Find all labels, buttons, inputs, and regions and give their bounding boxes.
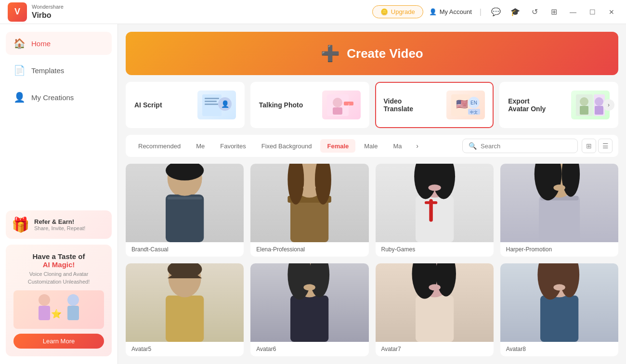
svg-rect-27	[595, 106, 603, 115]
avatar-name-6: Avatar6	[250, 342, 368, 356]
avatar-image-6	[250, 263, 368, 342]
avatar-image-8	[500, 263, 618, 342]
avatar-card-8[interactable]: Avatar8	[500, 263, 618, 356]
svg-rect-6	[205, 98, 219, 99]
svg-point-53	[553, 184, 565, 191]
logo-brand: Wondershare	[32, 4, 64, 10]
logo-text: Wondershare Virbo	[32, 4, 64, 19]
avatar-image-4	[500, 164, 618, 242]
grid-icon[interactable]: ⊞	[547, 5, 561, 19]
ai-card-title: Have a Taste of	[13, 252, 104, 260]
templates-icon: 📄	[13, 65, 26, 76]
filter-tab-recommended[interactable]: Recommended	[131, 139, 187, 153]
list-view-button[interactable]: ☰	[598, 139, 613, 153]
svg-text:🇺🇸: 🇺🇸	[456, 98, 468, 110]
search-icon: 🔍	[469, 142, 477, 150]
minimize-button[interactable]: —	[566, 5, 580, 19]
avatar-card-7[interactable]: Avatar7	[376, 263, 494, 356]
view-icons: ⊞ ☰	[582, 139, 613, 153]
avatar-image-7	[376, 263, 494, 342]
avatar-card-3[interactable]: Ruby-Games	[376, 164, 494, 257]
video-translate-thumbnail: 🇺🇸 EN 中文	[446, 91, 485, 119]
account-button[interactable]: 👤 My Account	[429, 8, 472, 15]
svg-rect-33	[168, 197, 202, 200]
maximize-button[interactable]: ☐	[586, 5, 599, 19]
refer-subtitle: Share, Invite, Repeat!	[34, 225, 85, 231]
svg-rect-3	[67, 306, 79, 320]
sidebar-item-templates[interactable]: 📄 Templates	[6, 59, 112, 82]
search-input[interactable]	[481, 143, 558, 150]
filter-tab-female[interactable]: Female	[320, 139, 355, 153]
upgrade-button[interactable]: 🪙 Upgrade	[372, 5, 423, 18]
separator: |	[480, 8, 482, 16]
svg-rect-1	[39, 306, 50, 320]
refer-text: Refer & Earn! Share, Invite, Repeat!	[34, 218, 85, 231]
message-icon[interactable]: 💬	[489, 5, 503, 19]
svg-rect-40	[304, 182, 315, 189]
avatar-card-2[interactable]: Elena-Professional	[250, 164, 368, 257]
feature-cards-row: AI Script 👤 Talking Photo	[126, 82, 618, 128]
feature-card-video-translate[interactable]: VideoTranslate 🇺🇸 EN 中文	[375, 82, 494, 128]
svg-rect-24	[580, 106, 588, 115]
refresh-icon[interactable]: ↺	[528, 5, 541, 19]
ai-magic-card: Have a Taste of AI Magic! Voice Cloning …	[6, 245, 112, 356]
account-label: My Account	[440, 8, 472, 15]
sidebar-bottom: 🎁 Refer & Earn! Share, Invite, Repeat! H…	[6, 210, 112, 356]
avatar-card-5[interactable]: Avatar5	[126, 263, 244, 356]
feature-card-talking-photo[interactable]: Talking Photo ♪	[250, 82, 369, 128]
learn-more-button[interactable]: Learn More	[13, 334, 104, 349]
sidebar-item-home[interactable]: 🏠 Home	[6, 32, 112, 55]
avatar-name-5: Avatar5	[126, 342, 244, 356]
refer-title: Refer & Earn!	[34, 218, 85, 225]
avatar-name-7: Avatar7	[376, 342, 494, 356]
svg-point-32	[178, 183, 192, 190]
avatar-card-6[interactable]: Avatar6	[250, 263, 368, 356]
svg-rect-48	[539, 196, 580, 242]
logo-icon: V	[8, 2, 27, 22]
ai-card-highlight: AI Magic!	[13, 260, 104, 269]
svg-point-72	[553, 284, 565, 290]
svg-point-2	[67, 294, 79, 306]
creations-icon: 👤	[13, 91, 26, 103]
svg-point-57	[178, 284, 191, 290]
avatar-card-1[interactable]: Brandt-Casual	[126, 164, 244, 257]
svg-point-47	[428, 184, 441, 191]
create-video-icon: ➕	[321, 44, 340, 63]
svg-rect-13	[333, 107, 342, 115]
filter-tab-me[interactable]: Me	[189, 139, 211, 153]
close-button[interactable]: ✕	[605, 5, 618, 19]
svg-point-26	[595, 97, 603, 106]
home-icon: 🏠	[13, 38, 26, 49]
titlebar: V Wondershare Virbo 🪙 Upgrade 👤 My Accou…	[0, 0, 626, 24]
export-avatar-label: ExportAvatar Only	[508, 97, 565, 113]
sidebar: 🏠 Home 📄 Templates 👤 My Creations 🎁 Refe…	[0, 24, 118, 364]
ai-card-title-text: Have a Taste of	[33, 252, 85, 260]
feature-card-ai-script[interactable]: AI Script 👤	[126, 82, 245, 128]
svg-text:⭐: ⭐	[51, 309, 62, 319]
svg-text:中文: 中文	[470, 110, 478, 115]
features-chevron-button[interactable]: ›	[603, 99, 614, 111]
filter-tab-fixed-background[interactable]: Fixed Background	[255, 139, 319, 153]
main-layout: 🏠 Home 📄 Templates 👤 My Creations 🎁 Refe…	[0, 24, 626, 364]
sidebar-item-templates-label: Templates	[31, 66, 64, 75]
filter-tab-male[interactable]: Male	[357, 139, 384, 153]
video-translate-label: VideoTranslate	[384, 97, 441, 113]
filter-tab-ma[interactable]: Ma	[386, 139, 408, 153]
create-video-label: Create Video	[347, 46, 423, 61]
filter-tab-favorites[interactable]: Favorites	[213, 139, 252, 153]
feature-card-export-avatar[interactable]: ExportAvatar Only ›	[499, 82, 618, 128]
grid-view-button[interactable]: ⊞	[582, 139, 596, 153]
filter-more-button[interactable]: ›	[411, 139, 424, 153]
filter-tabs: Recommended Me Favorites Fixed Backgroun…	[131, 139, 462, 153]
svg-rect-43	[424, 201, 437, 204]
avatar-card-4[interactable]: Harper-Promotion	[500, 164, 618, 257]
refer-card[interactable]: 🎁 Refer & Earn! Share, Invite, Repeat!	[6, 210, 112, 239]
svg-point-12	[333, 98, 342, 107]
create-video-banner[interactable]: ➕ Create Video	[126, 32, 618, 75]
svg-rect-29	[166, 195, 204, 242]
sidebar-item-my-creations[interactable]: 👤 My Creations	[6, 86, 112, 109]
sidebar-item-creations-label: My Creations	[31, 93, 74, 102]
svg-rect-8	[205, 104, 218, 105]
gift-icon[interactable]: 🎓	[509, 5, 522, 19]
svg-point-67	[429, 284, 441, 290]
